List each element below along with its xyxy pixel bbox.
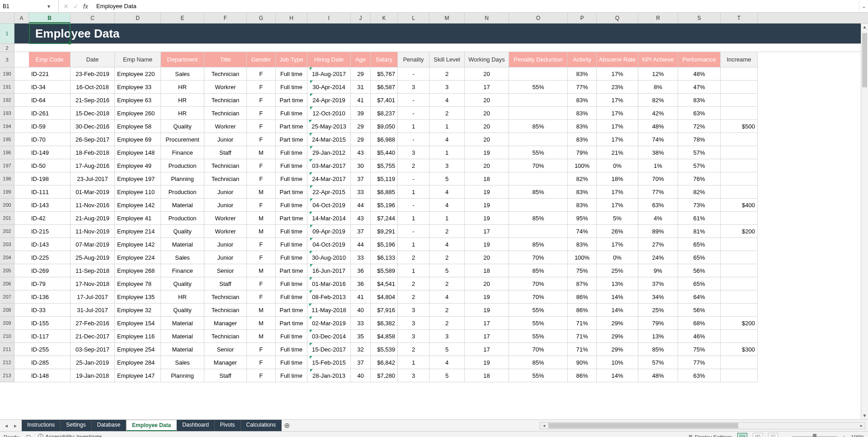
cell[interactable]: 2	[398, 251, 429, 264]
cell[interactable]: Full time	[276, 67, 307, 81]
cell[interactable]: 3	[429, 330, 465, 343]
cell[interactable]: 36	[351, 277, 371, 290]
column-header-A[interactable]: A	[14, 13, 29, 23]
cell[interactable]: 17%	[597, 238, 638, 251]
cell[interactable]	[14, 52, 29, 67]
column-header-Q[interactable]: Q	[597, 13, 638, 23]
formula-input[interactable]	[93, 1, 859, 11]
cell[interactable]: 85%	[638, 343, 678, 356]
cell[interactable]	[721, 172, 758, 185]
cell[interactable]: 37	[351, 172, 371, 185]
cell[interactable]: ID-155	[29, 317, 71, 330]
cell[interactable]	[14, 317, 29, 330]
column-header-E[interactable]: E	[161, 13, 204, 23]
cell[interactable]: Full time	[276, 251, 307, 264]
cell[interactable]: 5	[429, 343, 465, 356]
cell[interactable]: 19	[465, 238, 509, 251]
row-header[interactable]: 196	[0, 146, 14, 159]
zoom-thumb[interactable]	[813, 434, 816, 437]
cell[interactable]: 85%	[509, 356, 568, 369]
cell[interactable]: 03-Mar-2017	[307, 159, 351, 172]
cell[interactable]: $300	[721, 343, 758, 356]
row-header[interactable]: 199	[0, 185, 14, 199]
row-header[interactable]: 205	[0, 264, 14, 277]
cell[interactable]: $4,858	[371, 330, 398, 343]
cell[interactable]	[721, 290, 758, 304]
cell[interactable]: 21-Dec-2017	[71, 330, 115, 343]
row-header[interactable]: 194	[0, 120, 14, 133]
table-header[interactable]: Title	[204, 52, 247, 67]
row-header[interactable]: 2	[0, 44, 14, 52]
cell[interactable]: 77%	[638, 185, 678, 199]
cell[interactable]: Technician	[204, 107, 247, 120]
cell[interactable]: 07-Mar-2019	[71, 238, 115, 251]
cell[interactable]: 04-Oct-2019	[307, 238, 351, 251]
cell[interactable]: 32	[351, 343, 371, 356]
cell[interactable]: Employee 69	[115, 133, 161, 146]
cell[interactable]: 23%	[597, 81, 638, 94]
cell[interactable]	[721, 251, 758, 264]
cell[interactable]: 20	[465, 107, 509, 120]
cell[interactable]: 20	[465, 159, 509, 172]
cell[interactable]: 17-Jul-2017	[71, 290, 115, 304]
cell[interactable]: M	[247, 185, 276, 199]
cell[interactable]: -	[398, 172, 429, 185]
cell[interactable]	[721, 67, 758, 81]
cell[interactable]: $8,237	[371, 107, 398, 120]
cell[interactable]: Employee 220	[115, 67, 161, 81]
cell[interactable]: $7,401	[371, 94, 398, 107]
row-header[interactable]: 213	[0, 369, 14, 382]
cell[interactable]: 24-Mar-2015	[307, 133, 351, 146]
cell[interactable]	[721, 107, 758, 120]
cell[interactable]: -	[398, 133, 429, 146]
cell[interactable]: 1	[398, 356, 429, 369]
cell[interactable]	[721, 159, 758, 172]
row-header[interactable]: 190	[0, 67, 14, 81]
cell[interactable]: 21-Sep-2016	[71, 94, 115, 107]
cell[interactable]: 1	[398, 264, 429, 277]
column-header-O[interactable]: O	[509, 13, 568, 23]
expand-formula-bar-icon[interactable]: ⌄	[859, 0, 868, 12]
scroll-down-icon[interactable]: ▼	[861, 412, 868, 419]
cell[interactable]: ID-148	[29, 369, 71, 382]
cell[interactable]: 17%	[597, 185, 638, 199]
cell[interactable]: F	[247, 94, 276, 107]
cell[interactable]: ID-79	[29, 277, 71, 290]
cell[interactable]: 1%	[638, 159, 678, 172]
cell[interactable]: 2	[429, 225, 465, 238]
sheet-tab[interactable]: Database	[92, 420, 126, 431]
cell[interactable]	[14, 94, 29, 107]
cell[interactable]: Employee 58	[115, 120, 161, 133]
cell[interactable]: 20	[465, 133, 509, 146]
cell[interactable]: Employee 260	[115, 107, 161, 120]
cell[interactable]: 41	[351, 290, 371, 304]
cell[interactable]: 29%	[597, 343, 638, 356]
cell[interactable]: F	[247, 277, 276, 290]
cell[interactable]: Full time	[276, 159, 307, 172]
cell[interactable]: ID-33	[29, 304, 71, 317]
row-header[interactable]: 191	[0, 81, 14, 94]
table-header[interactable]: Activity	[568, 52, 597, 67]
cell[interactable]: 33	[351, 317, 371, 330]
cell[interactable]: 65%	[678, 251, 721, 264]
cell[interactable]: 0%	[597, 251, 638, 264]
cell[interactable]: Employee 214	[115, 225, 161, 238]
cell[interactable]: $9,050	[371, 120, 398, 133]
cell[interactable]	[14, 225, 29, 238]
cell[interactable]: Workrer	[204, 81, 247, 94]
cell[interactable]: 25-May-2013	[307, 120, 351, 133]
cell[interactable]: ID-255	[29, 343, 71, 356]
cell[interactable]: 71%	[568, 317, 597, 330]
cell[interactable]: 4	[429, 238, 465, 251]
cell[interactable]: 37%	[638, 277, 678, 290]
cell[interactable]: 20	[465, 67, 509, 81]
cell[interactable]: 95%	[568, 212, 597, 225]
cell[interactable]	[721, 304, 758, 317]
table-header[interactable]: Abscene Rate	[597, 52, 638, 67]
cell[interactable]: Part time	[276, 304, 307, 317]
cell[interactable]: Employee 142	[115, 238, 161, 251]
cell[interactable]: $5,119	[371, 172, 398, 185]
cell[interactable]: 17%	[597, 133, 638, 146]
column-header-N[interactable]: N	[465, 13, 509, 23]
cell[interactable]: 55%	[509, 369, 568, 382]
